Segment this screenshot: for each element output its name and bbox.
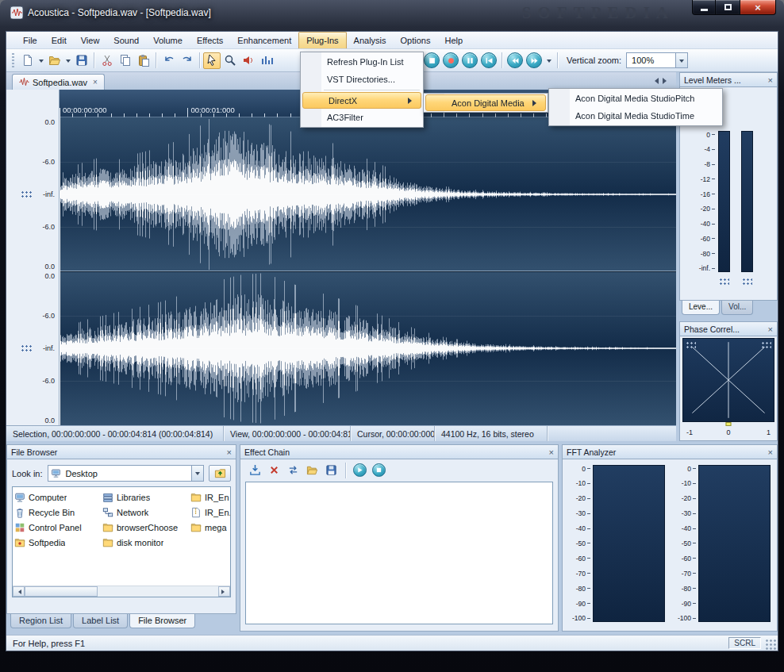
scroll-tabs-left-icon[interactable] xyxy=(651,78,659,84)
close-panel-icon[interactable]: × xyxy=(765,324,773,334)
ffwd-button[interactable] xyxy=(526,52,542,68)
scrollbar-track[interactable] xyxy=(98,586,218,597)
save-chain-button[interactable] xyxy=(323,463,340,478)
vertical-zoom-select[interactable]: 100% xyxy=(626,52,688,68)
scroll-tabs-right-icon[interactable] xyxy=(663,78,670,84)
close-panel-icon[interactable]: × xyxy=(546,447,554,457)
close-panel-icon[interactable]: × xyxy=(765,447,773,457)
level-meters-header[interactable]: Level Meters ... × xyxy=(679,72,778,87)
scrub-tool-button[interactable] xyxy=(239,52,257,69)
waveform-editor[interactable]: 0.0-6.0-inf.-6.00.00.0-6.0-inf.-6.00.0 0… xyxy=(6,90,676,425)
file-item-disk-monitor[interactable]: disk monitor xyxy=(102,535,190,550)
stop-button[interactable] xyxy=(424,52,440,68)
menu-volume[interactable]: Volume xyxy=(146,32,190,48)
file-item-recycle-bin[interactable]: Recycle Bin xyxy=(14,505,102,520)
undo-button[interactable] xyxy=(159,52,178,69)
horizontal-scrollbar[interactable] xyxy=(13,586,230,597)
tab-leve[interactable]: Leve... xyxy=(682,301,720,315)
pause-button[interactable] xyxy=(462,52,478,68)
maximize-button[interactable] xyxy=(716,0,740,15)
menu-item-ac3filter[interactable]: AC3Filter xyxy=(302,109,422,126)
tick-mark-icon xyxy=(693,468,696,469)
paste-button[interactable] xyxy=(134,52,152,69)
new-file-button[interactable] xyxy=(18,52,37,69)
copy-button[interactable] xyxy=(116,52,134,69)
record-button[interactable] xyxy=(443,52,459,68)
file-list[interactable]: ComputerRecycle BinControl PanelSoftpedi… xyxy=(12,486,231,597)
menu-plug-ins[interactable]: Plug-Ins xyxy=(298,32,346,48)
menu-view[interactable]: View xyxy=(74,32,107,48)
open-chain-button[interactable] xyxy=(304,463,321,478)
location-dropdown[interactable]: Desktop xyxy=(48,465,204,482)
close-panel-icon[interactable]: × xyxy=(765,75,773,85)
titlebar[interactable]: Acoustica - Softpedia.wav - [Softpedia.w… xyxy=(0,0,784,32)
stop-button[interactable] xyxy=(372,463,386,477)
file-item-mega[interactable]: mega xyxy=(190,520,231,535)
tab-label-list[interactable]: Label List xyxy=(73,614,128,628)
file-item-ir-en[interactable]: IR_En xyxy=(190,490,231,505)
menu-item-refresh-plug-in-list[interactable]: Refresh Plug-In List xyxy=(302,53,422,71)
redo-button[interactable] xyxy=(178,52,196,69)
waveform-canvas[interactable] xyxy=(60,90,676,425)
scroll-right-button[interactable] xyxy=(218,586,230,597)
minimize-button[interactable] xyxy=(692,0,716,15)
file-item-network[interactable]: Network xyxy=(102,505,190,520)
file-item-browserchoose[interactable]: browserChoose xyxy=(102,520,190,535)
select-tool-button[interactable] xyxy=(203,52,221,69)
dropdown-arrow-icon[interactable] xyxy=(191,466,203,481)
add-effect-button[interactable] xyxy=(247,463,263,478)
tab-close-icon[interactable]: × xyxy=(93,78,98,86)
phase-panel-header[interactable]: Phase Correl... × xyxy=(679,321,778,336)
zoom-tool-button[interactable] xyxy=(221,52,239,69)
file-item-softpedia[interactable]: Softpedia xyxy=(14,535,102,550)
menu-enhancement[interactable]: Enhancement xyxy=(230,32,298,48)
open-file-button[interactable] xyxy=(45,52,63,69)
menu-sound[interactable]: Sound xyxy=(106,32,146,48)
effect-chain-list[interactable] xyxy=(245,482,553,624)
channel-grip-icon[interactable] xyxy=(21,190,33,198)
dropdown-arrow-icon[interactable] xyxy=(675,53,687,67)
rew-button[interactable] xyxy=(507,52,523,68)
tab-file-browser[interactable]: File Browser xyxy=(129,614,195,628)
menu-item-directx[interactable]: DirectX xyxy=(302,92,421,109)
scrollbar-thumb[interactable] xyxy=(25,586,98,597)
file-browser-header[interactable]: File Browser × xyxy=(6,444,236,459)
tab-softpedia-wav[interactable]: Softpedia.wav × xyxy=(12,74,105,90)
resize-grip[interactable] xyxy=(765,639,777,651)
menu-options[interactable]: Options xyxy=(394,32,438,48)
toolbar-overflow-icon[interactable] xyxy=(544,52,554,69)
menu-item-acon-digital-media-studiopitch[interactable]: Acon Digital Media StudioPitch xyxy=(550,90,721,107)
menu-help[interactable]: Help xyxy=(437,32,470,48)
fft-scale-row: -20 xyxy=(569,495,590,502)
menu-item-acon-digital-media-studiotime[interactable]: Acon Digital Media StudioTime xyxy=(550,107,721,125)
menu-effects[interactable]: Effects xyxy=(190,32,230,48)
file-item-ir-en-zip[interactable]: IR_En.zip xyxy=(190,505,231,520)
up-one-level-button[interactable] xyxy=(209,465,231,482)
menu-item-acon-digital-media[interactable]: Acon Digital Media xyxy=(425,94,546,111)
menu-edit[interactable]: Edit xyxy=(44,32,74,48)
save-button[interactable] xyxy=(72,52,90,69)
close-button[interactable]: × xyxy=(740,0,776,15)
close-panel-icon[interactable]: × xyxy=(224,447,232,457)
open-file-dropdown-icon[interactable] xyxy=(63,52,72,69)
tab-vol[interactable]: Vol... xyxy=(721,301,753,315)
file-item-computer[interactable]: Computer xyxy=(14,490,102,505)
channel-grip-icon[interactable] xyxy=(21,344,33,352)
file-item-libraries[interactable]: Libraries xyxy=(102,490,190,505)
menu-item-vst-directories[interactable]: VST Directories... xyxy=(302,71,422,88)
levels-tool-button[interactable] xyxy=(257,52,275,69)
new-file-dropdown-icon[interactable] xyxy=(37,52,45,69)
tab-region-list[interactable]: Region List xyxy=(10,614,71,628)
scroll-left-button[interactable] xyxy=(13,586,25,597)
toolbar-grip[interactable] xyxy=(12,53,14,67)
cut-button[interactable] xyxy=(98,52,116,69)
effect-chain-header[interactable]: Effect Chain × xyxy=(240,444,559,459)
play-button[interactable] xyxy=(353,463,367,477)
remove-effect-button[interactable] xyxy=(266,463,282,478)
menu-analysis[interactable]: Analysis xyxy=(347,32,394,48)
fft-analyzer-header[interactable]: FFT Analyzer × xyxy=(562,444,778,459)
menu-file[interactable]: File xyxy=(16,32,44,48)
swap-effects-button[interactable] xyxy=(285,463,302,478)
file-item-control-panel[interactable]: Control Panel xyxy=(14,520,102,535)
start-button[interactable] xyxy=(481,52,497,68)
